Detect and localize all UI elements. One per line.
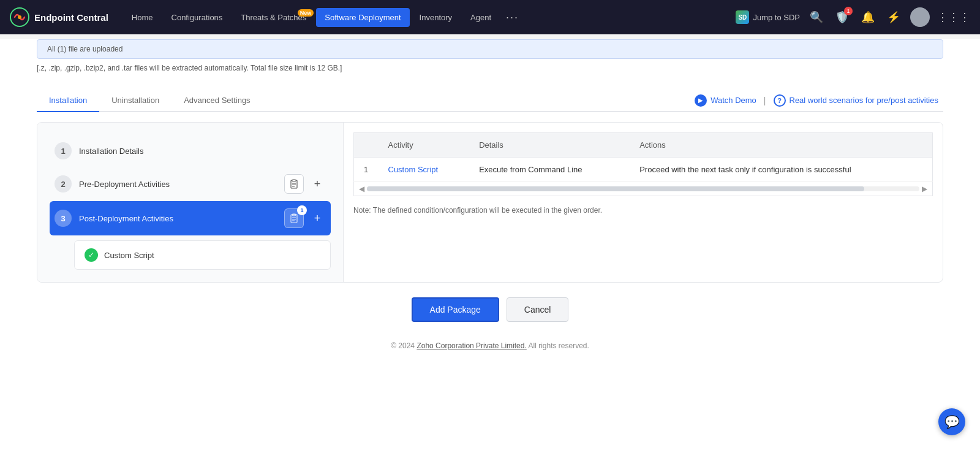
activity-panel: Activity Details Actions 1 Custom Script… <box>344 123 943 282</box>
step-2-add-button[interactable]: + <box>309 175 326 193</box>
col-activity: Activity <box>379 133 470 158</box>
row-number: 1 <box>354 158 379 182</box>
file-note-text: [.z, .zip, .gzip, .bzip2, and .tar files… <box>37 64 943 82</box>
nav-software-deployment[interactable]: Software Deployment <box>316 8 409 27</box>
threats-badge: New <box>298 9 314 17</box>
activity-button[interactable]: ⚡ <box>884 8 903 26</box>
nav-agent[interactable]: Agent <box>462 8 500 27</box>
app-title: Endpoint Central <box>34 12 108 23</box>
bottom-actions: Add Package Cancel <box>37 283 943 332</box>
add-package-button[interactable]: Add Package <box>412 297 499 322</box>
upload-status-text: All (1) file are uploaded <box>47 45 123 53</box>
main-section: 1 Installation Details 2 Pre-Deployment … <box>37 122 943 283</box>
svg-point-1 <box>18 15 21 19</box>
step-2-label: Pre-Deployment Activities <box>79 180 170 189</box>
tab-advanced-settings[interactable]: Advanced Settings <box>172 90 262 112</box>
nav-right-actions: SD Jump to SDP 🔍 🛡️ 1 🔔 ⚡ ⋮⋮⋮ <box>736 7 970 27</box>
nav-more-button[interactable]: ··· <box>501 6 524 29</box>
col-actions: Actions <box>630 133 932 158</box>
step-3-clipboard-button[interactable]: 1 <box>284 208 304 228</box>
shield-badge: 1 <box>844 7 853 15</box>
scroll-right-arrow[interactable]: ▶ <box>919 185 930 193</box>
nav-inventory[interactable]: Inventory <box>411 8 461 27</box>
step-3-number: 3 <box>55 210 72 227</box>
sdp-logo-icon: SD <box>736 10 749 24</box>
steps-panel: 1 Installation Details 2 Pre-Deployment … <box>37 123 344 282</box>
nav-menu: Home Configurations Threats & Patches Ne… <box>123 6 731 29</box>
app-logo[interactable]: Endpoint Central <box>10 7 108 27</box>
col-details: Details <box>469 133 630 158</box>
table-header-row: Activity Details Actions <box>354 133 933 158</box>
activity-table: Activity Details Actions 1 Custom Script… <box>353 132 933 182</box>
table-scrollbar: ◀ ▶ <box>353 182 933 196</box>
nav-threats[interactable]: Threats & Patches New <box>232 8 315 27</box>
tab-actions: ▶ Watch Demo | ? Real world scenarios fo… <box>695 94 943 107</box>
tab-uninstallation[interactable]: Uninstallation <box>99 90 172 112</box>
activity-actions: Proceed with the next task only if confi… <box>630 158 932 182</box>
table-row: 1 Custom Script Execute from Command Lin… <box>354 158 933 182</box>
watch-demo-button[interactable]: ▶ Watch Demo <box>695 94 756 107</box>
footer: © 2024 Zoho Corporation Private Limited.… <box>37 332 943 360</box>
footer-company-link[interactable]: Zoho Corporation Private Limited. <box>417 341 526 350</box>
step-2-actions: + <box>284 174 326 194</box>
cancel-button[interactable]: Cancel <box>507 297 569 322</box>
chat-bubble-button[interactable]: 💬 <box>938 408 965 435</box>
step-1-label: Installation Details <box>79 147 144 156</box>
step-3-label: Post-Deployment Activities <box>79 214 173 223</box>
step-2-number: 2 <box>55 175 72 193</box>
user-avatar[interactable] <box>910 7 930 27</box>
activity-custom-script-link[interactable]: Custom Script <box>379 158 470 182</box>
custom-script-sub-item[interactable]: ✓ Custom Script <box>74 240 331 270</box>
check-icon: ✓ <box>85 248 98 262</box>
step-3-post-deployment[interactable]: 3 Post-Deployment Activities 1 + <box>50 201 331 235</box>
scroll-left-arrow[interactable]: ◀ <box>356 185 367 193</box>
svg-rect-8 <box>292 214 296 216</box>
logo-icon <box>10 7 29 27</box>
tab-divider: | <box>764 96 766 105</box>
tab-bar: Installation Uninstallation Advanced Set… <box>37 90 943 112</box>
clipboard-icon <box>289 179 299 189</box>
main-content: All (1) file are uploaded [.z, .zip, .gz… <box>0 39 980 450</box>
help-icon: ? <box>774 94 786 107</box>
custom-script-label: Custom Script <box>104 251 154 260</box>
tab-installation[interactable]: Installation <box>37 90 99 112</box>
step-3-actions: 1 + <box>284 208 326 228</box>
step-3-add-button[interactable]: + <box>309 210 326 227</box>
nav-configurations[interactable]: Configurations <box>163 8 232 27</box>
scrollbar-thumb <box>367 186 864 191</box>
upload-status-bar: All (1) file are uploaded <box>37 39 943 59</box>
scrollbar-track[interactable] <box>367 186 919 191</box>
apps-grid-button[interactable]: ⋮⋮⋮ <box>937 10 970 24</box>
col-num <box>354 133 379 158</box>
step-1-number: 1 <box>55 142 72 159</box>
footer-copyright: © 2024 <box>391 341 415 350</box>
step-1-installation-details[interactable]: 1 Installation Details <box>50 135 331 167</box>
jump-to-sdp-button[interactable]: SD Jump to SDP <box>736 10 800 24</box>
step-2-pre-deployment[interactable]: 2 Pre-Deployment Activities + <box>50 167 331 201</box>
step-3-badge: 1 <box>297 205 307 215</box>
svg-rect-3 <box>292 180 296 181</box>
play-icon: ▶ <box>695 94 707 107</box>
nav-home[interactable]: Home <box>123 8 162 27</box>
search-button[interactable]: 🔍 <box>807 8 826 26</box>
real-world-scenarios-button[interactable]: ? Real world scenarios for pre/post acti… <box>774 94 939 107</box>
shield-icon-button[interactable]: 🛡️ 1 <box>833 8 851 26</box>
clipboard-active-icon <box>289 213 299 223</box>
activity-details: Execute from Command Line <box>469 158 630 182</box>
top-navigation: Endpoint Central Home Configurations Thr… <box>0 0 980 34</box>
footer-rights: All rights reserved. <box>528 341 589 350</box>
notifications-button[interactable]: 🔔 <box>859 8 877 26</box>
activity-note: Note: The defined condition/configuratio… <box>353 206 933 215</box>
step-2-clipboard-button[interactable] <box>284 174 304 194</box>
